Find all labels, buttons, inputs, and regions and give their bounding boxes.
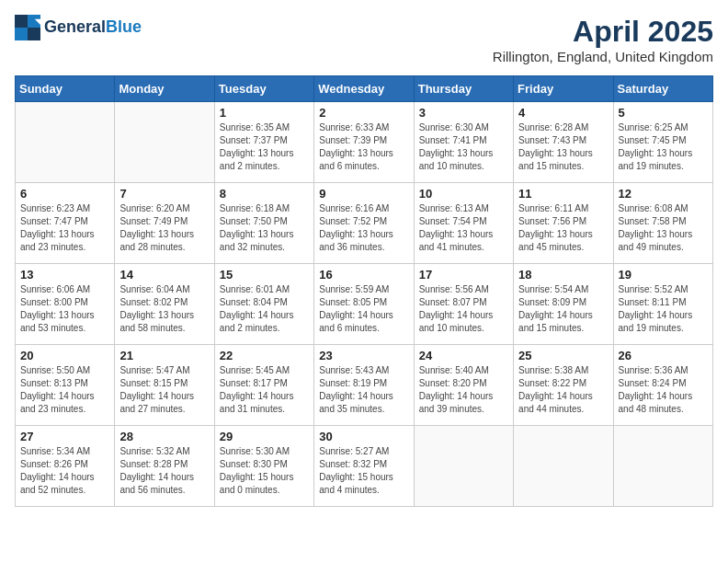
day-info: Sunrise: 5:32 AM Sunset: 8:28 PM Dayligh…: [119, 445, 209, 497]
table-row: 9Sunrise: 6:16 AM Sunset: 7:52 PM Daylig…: [314, 183, 414, 264]
col-thursday: Thursday: [414, 76, 513, 102]
day-number: 10: [419, 187, 508, 201]
table-row: [16, 102, 115, 183]
day-number: 27: [20, 430, 109, 443]
day-number: 15: [220, 268, 309, 282]
day-number: 17: [419, 268, 508, 282]
table-row: 20Sunrise: 5:50 AM Sunset: 8:13 PM Dayli…: [16, 345, 115, 426]
table-row: 5Sunrise: 6:25 AM Sunset: 7:45 PM Daylig…: [613, 102, 712, 183]
day-info: Sunrise: 6:18 AM Sunset: 7:50 PM Dayligh…: [220, 202, 309, 254]
table-row: 2Sunrise: 6:33 AM Sunset: 7:39 PM Daylig…: [314, 102, 414, 183]
table-row: 1Sunrise: 6:35 AM Sunset: 7:37 PM Daylig…: [214, 102, 313, 183]
day-info: Sunrise: 6:01 AM Sunset: 8:04 PM Dayligh…: [220, 283, 309, 335]
day-number: 7: [119, 187, 209, 201]
day-number: 12: [619, 187, 708, 201]
day-info: Sunrise: 5:47 AM Sunset: 8:15 PM Dayligh…: [119, 364, 209, 416]
table-row: 17Sunrise: 5:56 AM Sunset: 8:07 PM Dayli…: [414, 264, 513, 345]
table-row: [514, 426, 613, 507]
table-row: 22Sunrise: 5:45 AM Sunset: 8:17 PM Dayli…: [214, 345, 313, 426]
day-info: Sunrise: 6:35 AM Sunset: 7:37 PM Dayligh…: [220, 121, 309, 173]
day-info: Sunrise: 6:11 AM Sunset: 7:56 PM Dayligh…: [518, 202, 608, 254]
page-header: GeneralBlue April 2025 Rillington, Engla…: [15, 15, 713, 64]
day-info: Sunrise: 6:25 AM Sunset: 7:45 PM Dayligh…: [619, 121, 708, 173]
day-number: 25: [518, 349, 608, 362]
day-number: 24: [419, 349, 508, 362]
month-title: April 2025: [493, 15, 713, 49]
col-tuesday: Tuesday: [214, 76, 313, 102]
day-number: 18: [518, 268, 608, 282]
day-number: 13: [20, 268, 109, 282]
table-row: 16Sunrise: 5:59 AM Sunset: 8:05 PM Dayli…: [314, 264, 414, 345]
day-number: 20: [20, 349, 109, 362]
calendar-week-row: 13Sunrise: 6:06 AM Sunset: 8:00 PM Dayli…: [16, 264, 713, 345]
day-info: Sunrise: 6:20 AM Sunset: 7:49 PM Dayligh…: [119, 202, 209, 254]
day-number: 19: [619, 268, 708, 282]
day-info: Sunrise: 5:43 AM Sunset: 8:19 PM Dayligh…: [319, 364, 408, 416]
table-row: 8Sunrise: 6:18 AM Sunset: 7:50 PM Daylig…: [214, 183, 313, 264]
day-number: 9: [319, 187, 408, 201]
table-row: [115, 102, 214, 183]
day-info: Sunrise: 5:27 AM Sunset: 8:32 PM Dayligh…: [319, 445, 408, 497]
day-info: Sunrise: 5:50 AM Sunset: 8:13 PM Dayligh…: [20, 364, 109, 416]
day-info: Sunrise: 5:52 AM Sunset: 8:11 PM Dayligh…: [619, 283, 708, 335]
svg-rect-0: [15, 15, 28, 28]
day-info: Sunrise: 5:34 AM Sunset: 8:26 PM Dayligh…: [20, 445, 109, 497]
table-row: 4Sunrise: 6:28 AM Sunset: 7:43 PM Daylig…: [514, 102, 613, 183]
day-info: Sunrise: 6:30 AM Sunset: 7:41 PM Dayligh…: [419, 121, 508, 173]
logo: GeneralBlue: [15, 15, 142, 40]
col-friday: Friday: [514, 76, 613, 102]
day-info: Sunrise: 5:54 AM Sunset: 8:09 PM Dayligh…: [518, 283, 608, 335]
logo-text-line1: GeneralBlue: [44, 18, 142, 37]
calendar-week-row: 20Sunrise: 5:50 AM Sunset: 8:13 PM Dayli…: [16, 345, 713, 426]
col-saturday: Saturday: [613, 76, 712, 102]
day-number: 26: [619, 349, 708, 362]
svg-rect-2: [15, 28, 28, 40]
col-sunday: Sunday: [16, 76, 115, 102]
table-row: 3Sunrise: 6:30 AM Sunset: 7:41 PM Daylig…: [414, 102, 513, 183]
day-info: Sunrise: 5:38 AM Sunset: 8:22 PM Dayligh…: [518, 364, 608, 416]
calendar-week-row: 6Sunrise: 6:23 AM Sunset: 7:47 PM Daylig…: [16, 183, 713, 264]
day-info: Sunrise: 5:45 AM Sunset: 8:17 PM Dayligh…: [220, 364, 309, 416]
calendar-week-row: 27Sunrise: 5:34 AM Sunset: 8:26 PM Dayli…: [16, 426, 713, 507]
table-row: 26Sunrise: 5:36 AM Sunset: 8:24 PM Dayli…: [613, 345, 712, 426]
day-info: Sunrise: 5:30 AM Sunset: 8:30 PM Dayligh…: [220, 445, 309, 497]
day-number: 5: [619, 106, 708, 120]
day-number: 8: [220, 187, 309, 201]
day-number: 3: [419, 106, 508, 120]
table-row: 18Sunrise: 5:54 AM Sunset: 8:09 PM Dayli…: [514, 264, 613, 345]
day-number: 28: [119, 430, 209, 443]
table-row: 28Sunrise: 5:32 AM Sunset: 8:28 PM Dayli…: [115, 426, 214, 507]
day-info: Sunrise: 6:16 AM Sunset: 7:52 PM Dayligh…: [319, 202, 408, 254]
table-row: 27Sunrise: 5:34 AM Sunset: 8:26 PM Dayli…: [16, 426, 115, 507]
day-number: 29: [220, 430, 309, 443]
day-info: Sunrise: 5:56 AM Sunset: 8:07 PM Dayligh…: [419, 283, 508, 335]
col-wednesday: Wednesday: [314, 76, 414, 102]
table-row: [414, 426, 513, 507]
table-row: 15Sunrise: 6:01 AM Sunset: 8:04 PM Dayli…: [214, 264, 313, 345]
day-info: Sunrise: 6:33 AM Sunset: 7:39 PM Dayligh…: [319, 121, 408, 173]
day-info: Sunrise: 6:13 AM Sunset: 7:54 PM Dayligh…: [419, 202, 508, 254]
day-info: Sunrise: 5:59 AM Sunset: 8:05 PM Dayligh…: [319, 283, 408, 335]
day-info: Sunrise: 5:36 AM Sunset: 8:24 PM Dayligh…: [619, 364, 708, 416]
day-number: 23: [319, 349, 408, 362]
calendar-week-row: 1Sunrise: 6:35 AM Sunset: 7:37 PM Daylig…: [16, 102, 713, 183]
table-row: 13Sunrise: 6:06 AM Sunset: 8:00 PM Dayli…: [16, 264, 115, 345]
day-info: Sunrise: 6:28 AM Sunset: 7:43 PM Dayligh…: [518, 121, 608, 173]
day-info: Sunrise: 6:23 AM Sunset: 7:47 PM Dayligh…: [20, 202, 109, 254]
day-number: 11: [518, 187, 608, 201]
table-row: 6Sunrise: 6:23 AM Sunset: 7:47 PM Daylig…: [16, 183, 115, 264]
logo-icon: [15, 15, 40, 40]
day-info: Sunrise: 6:08 AM Sunset: 7:58 PM Dayligh…: [619, 202, 708, 254]
col-monday: Monday: [115, 76, 214, 102]
day-info: Sunrise: 6:06 AM Sunset: 8:00 PM Dayligh…: [20, 283, 109, 335]
calendar-header-row: Sunday Monday Tuesday Wednesday Thursday…: [16, 76, 713, 102]
table-row: 12Sunrise: 6:08 AM Sunset: 7:58 PM Dayli…: [613, 183, 712, 264]
table-row: 23Sunrise: 5:43 AM Sunset: 8:19 PM Dayli…: [314, 345, 414, 426]
table-row: 19Sunrise: 5:52 AM Sunset: 8:11 PM Dayli…: [613, 264, 712, 345]
day-number: 2: [319, 106, 408, 120]
table-row: 14Sunrise: 6:04 AM Sunset: 8:02 PM Dayli…: [115, 264, 214, 345]
day-info: Sunrise: 6:04 AM Sunset: 8:02 PM Dayligh…: [119, 283, 209, 335]
table-row: 24Sunrise: 5:40 AM Sunset: 8:20 PM Dayli…: [414, 345, 513, 426]
day-number: 22: [220, 349, 309, 362]
table-row: 30Sunrise: 5:27 AM Sunset: 8:32 PM Dayli…: [314, 426, 414, 507]
